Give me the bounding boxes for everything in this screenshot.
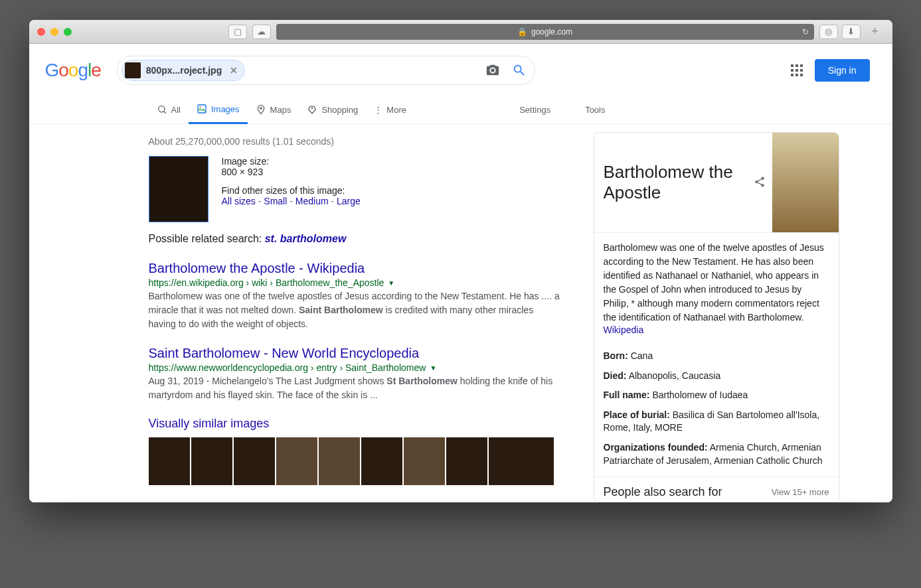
similar-image-thumb[interactable] bbox=[234, 437, 275, 485]
result-title-link[interactable]: Bartholomew the Apostle - Wikipedia bbox=[149, 261, 560, 276]
visually-similar-title[interactable]: Visually similar images bbox=[149, 417, 560, 431]
new-tab-button[interactable]: + bbox=[866, 25, 884, 39]
tools-link[interactable]: Tools bbox=[577, 98, 613, 123]
search-header: Google 800px...roject.jpg ✕ bbox=[29, 44, 892, 85]
svg-point-4 bbox=[260, 108, 262, 110]
maximize-window-button[interactable] bbox=[64, 28, 72, 36]
url-dropdown-icon[interactable]: ▼ bbox=[430, 364, 436, 372]
lock-icon: 🔒 bbox=[517, 27, 527, 37]
knowledge-panel: Bartholomew the Apostle Bartholomew was … bbox=[594, 132, 839, 502]
search-tabs: All Images Maps Shopping ⋮ More Settings… bbox=[29, 97, 892, 124]
downloads-button[interactable]: ⬇ bbox=[842, 25, 861, 39]
tab-all[interactable]: All bbox=[149, 98, 189, 123]
similar-image-thumb[interactable] bbox=[276, 437, 317, 485]
kp-burial-more-link[interactable]: MORE bbox=[655, 422, 683, 433]
result-url[interactable]: https://www.newworldencyclopedia.org › e… bbox=[149, 362, 426, 373]
svg-point-8 bbox=[761, 184, 764, 187]
minimize-window-button[interactable] bbox=[50, 28, 58, 36]
similar-image-thumb[interactable] bbox=[319, 437, 360, 485]
kp-org-link[interactable]: Armenian Catholic Church bbox=[714, 455, 822, 466]
people-also-search-more[interactable]: View 15+ more bbox=[772, 487, 829, 497]
chip-thumbnail bbox=[125, 62, 141, 78]
size-medium-link[interactable]: Medium bbox=[295, 196, 329, 206]
tab-images[interactable]: Images bbox=[189, 97, 248, 124]
kp-died-link2[interactable]: Caucasia bbox=[682, 370, 720, 381]
svg-point-7 bbox=[755, 180, 758, 183]
signin-button[interactable]: Sign in bbox=[815, 59, 870, 82]
related-search-link[interactable]: st. bartholomew bbox=[265, 233, 347, 244]
kp-org-link[interactable]: Armenia Church bbox=[710, 442, 777, 453]
find-other-sizes-label: Find other sizes of this image: bbox=[222, 185, 361, 196]
result-stats: About 25,270,000,000 results (1.01 secon… bbox=[149, 136, 560, 147]
settings-link[interactable]: Settings bbox=[511, 98, 558, 123]
browser-window: ▢ ☁ 🔒 google.com ↻ ◎ ⬇ + Google 800px...… bbox=[29, 20, 892, 502]
result-snippet: Aug 31, 2019 - Michelangelo's The Last J… bbox=[149, 374, 560, 402]
traffic-lights bbox=[37, 28, 72, 36]
similar-image-thumb[interactable] bbox=[361, 437, 402, 485]
tab-all-label: All bbox=[171, 105, 181, 115]
tab-shopping[interactable]: Shopping bbox=[299, 98, 366, 123]
toolbar-button-1[interactable]: ◎ bbox=[819, 25, 838, 39]
svg-point-3 bbox=[199, 106, 201, 108]
size-large-link[interactable]: Large bbox=[337, 196, 361, 206]
size-small-link[interactable]: Small bbox=[264, 196, 287, 206]
more-icon: ⋮ bbox=[374, 105, 382, 115]
image-size-value: 800 × 923 bbox=[222, 167, 361, 177]
kp-died-link[interactable]: Albanopolis bbox=[629, 370, 677, 381]
svg-point-6 bbox=[761, 177, 764, 180]
chip-filename: 800px...roject.jpg bbox=[146, 65, 222, 76]
kp-description: Bartholomew was one of the twelve apostl… bbox=[604, 241, 829, 325]
tab-shopping-label: Shopping bbox=[321, 105, 358, 115]
kp-source-link[interactable]: Wikipedia bbox=[604, 325, 644, 335]
similar-image-thumb[interactable] bbox=[149, 437, 190, 485]
cloud-button[interactable]: ☁ bbox=[252, 25, 271, 39]
svg-point-5 bbox=[312, 108, 313, 108]
svg-point-0 bbox=[158, 106, 164, 112]
result-snippet: Bartholomew was one of the twelve apostl… bbox=[149, 289, 560, 331]
image-info-block: Image size: 800 × 923 Find other sizes o… bbox=[149, 156, 560, 222]
tab-more-label: More bbox=[386, 105, 406, 115]
main-column: About 25,270,000,000 results (1.01 secon… bbox=[149, 132, 560, 502]
url-dropdown-icon[interactable]: ▼ bbox=[388, 279, 394, 287]
google-logo[interactable]: Google bbox=[45, 60, 101, 81]
search-icon[interactable] bbox=[512, 63, 527, 78]
tab-images-label: Images bbox=[211, 104, 240, 114]
similar-image-thumb[interactable] bbox=[404, 437, 445, 485]
kp-born-link[interactable]: Cana bbox=[631, 350, 653, 361]
query-image-thumbnail[interactable] bbox=[149, 156, 209, 222]
kp-thumbnail[interactable] bbox=[772, 133, 839, 232]
apps-icon[interactable] bbox=[791, 64, 803, 76]
titlebar: ▢ ☁ 🔒 google.com ↻ ◎ ⬇ + bbox=[29, 20, 892, 44]
sidebar-toggle-button[interactable]: ▢ bbox=[228, 25, 247, 39]
chip-remove-icon[interactable]: ✕ bbox=[230, 65, 238, 76]
address-bar[interactable]: 🔒 google.com ↻ bbox=[276, 24, 814, 40]
tab-maps[interactable]: Maps bbox=[248, 98, 299, 123]
search-result: Saint Bartholomew - New World Encycloped… bbox=[149, 346, 560, 402]
search-result: Bartholomew the Apostle - Wikipedia http… bbox=[149, 261, 560, 331]
size-all-link[interactable]: All sizes bbox=[222, 196, 256, 206]
people-also-search-title: People also search for bbox=[604, 485, 722, 499]
share-icon[interactable] bbox=[754, 176, 766, 190]
tab-maps-label: Maps bbox=[270, 105, 292, 115]
svg-line-1 bbox=[163, 111, 165, 113]
address-text: google.com bbox=[531, 27, 572, 37]
similar-image-thumb[interactable] bbox=[191, 437, 232, 485]
related-search: Possible related search: st. bartholomew bbox=[149, 233, 560, 245]
reverse-image-chip[interactable]: 800px...roject.jpg ✕ bbox=[122, 60, 245, 81]
result-title-link[interactable]: Saint Bartholomew - New World Encycloped… bbox=[149, 346, 560, 361]
kp-title: Bartholomew the Apostle bbox=[604, 162, 747, 203]
similar-image-thumb[interactable] bbox=[446, 437, 487, 485]
result-url[interactable]: https://en.wikipedia.org › wiki › Bartho… bbox=[149, 277, 384, 288]
close-window-button[interactable] bbox=[37, 28, 45, 36]
camera-icon[interactable] bbox=[485, 63, 500, 78]
svg-rect-2 bbox=[198, 105, 206, 113]
kp-fullname: Bartholomew of Iudaea bbox=[652, 390, 748, 400]
image-size-label: Image size: bbox=[222, 156, 361, 167]
search-bar[interactable]: 800px...roject.jpg ✕ bbox=[117, 56, 535, 85]
visually-similar-strip bbox=[149, 437, 560, 485]
similar-image-thumb[interactable] bbox=[489, 437, 554, 485]
reload-icon[interactable]: ↻ bbox=[802, 27, 809, 37]
tab-more[interactable]: ⋮ More bbox=[366, 98, 414, 123]
